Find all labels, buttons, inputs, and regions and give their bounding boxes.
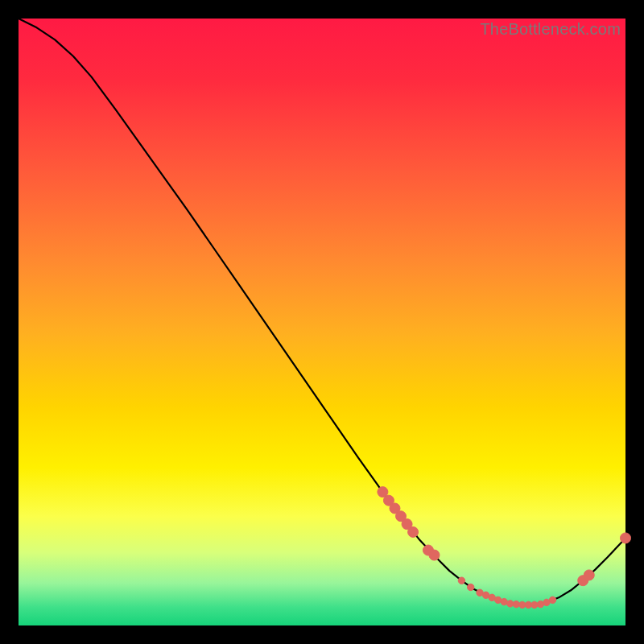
markers-small xyxy=(458,577,556,609)
marker-small xyxy=(458,577,464,584)
markers-big xyxy=(378,487,631,586)
marker-big xyxy=(429,550,440,560)
marker-big xyxy=(584,570,594,580)
marker-big xyxy=(408,526,419,537)
marker-small xyxy=(468,584,474,590)
marker-small xyxy=(549,597,555,603)
plot-area: TheBottleneck.com xyxy=(19,19,625,625)
chart-frame: TheBottleneck.com xyxy=(0,0,644,644)
curve-line xyxy=(19,19,625,605)
chart-svg xyxy=(19,19,625,625)
marker-big xyxy=(621,533,631,543)
